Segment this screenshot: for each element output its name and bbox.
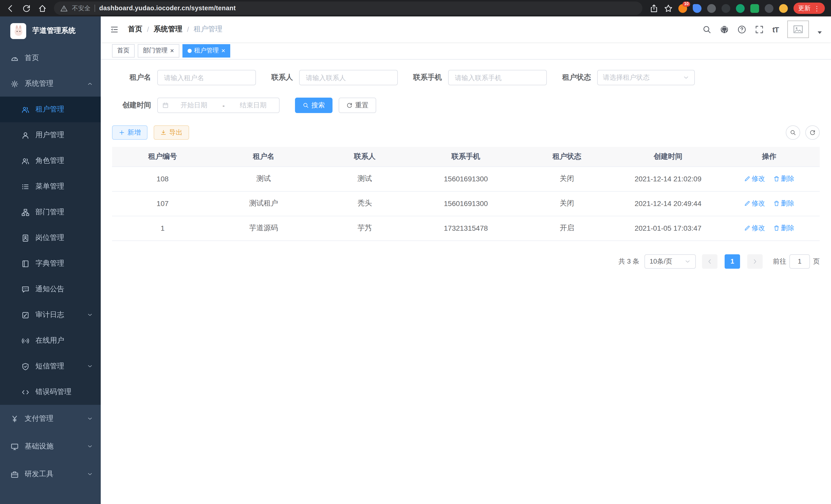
date-end-input[interactable]: 结束日期 (232, 101, 275, 110)
date-start-input[interactable]: 开始日期 (173, 101, 215, 110)
warning-icon (60, 4, 68, 12)
sidebar-item-errorcode[interactable]: 错误码管理 (0, 379, 101, 405)
docs-help-button[interactable] (738, 25, 746, 34)
sidebar-item-sms[interactable]: 短信管理 (0, 353, 101, 379)
filter-form: 租户名 联系人 联系手机 租户状态 (112, 70, 820, 113)
github-button[interactable] (720, 25, 729, 34)
col-tenant-name: 租户名 (213, 147, 314, 167)
status-select[interactable]: 请选择租户状态 (597, 70, 695, 85)
edit-link[interactable]: 修改 (744, 174, 765, 183)
extension-icon-8[interactable] (779, 4, 788, 12)
edit-link[interactable]: 修改 (744, 224, 765, 233)
browser-chrome: 不安全 dashboard.yudao.iocoder.cn/system/te… (0, 0, 831, 17)
avatar-dropdown-caret-icon[interactable] (818, 31, 822, 34)
cell-created: 2021-12-14 21:02:09 (618, 167, 718, 191)
sidebar-item-online[interactable]: 在线用户 (0, 328, 101, 353)
breadcrumb-system[interactable]: 系统管理 (154, 25, 182, 34)
reset-button[interactable]: 重置 (339, 98, 376, 113)
prev-page-button[interactable] (702, 254, 717, 268)
cell-tenant-name: 芋道源码 (213, 216, 314, 240)
delete-link[interactable]: 删除 (773, 199, 794, 208)
header-search-button[interactable] (703, 25, 711, 34)
edit-link[interactable]: 修改 (744, 199, 765, 208)
page-size-select[interactable]: 10条/页 (644, 254, 696, 268)
bookmark-star-icon[interactable] (664, 4, 673, 12)
goto-page-input[interactable] (790, 254, 810, 268)
sidebar-item-role[interactable]: 角色管理 (0, 148, 101, 174)
sidebar-item-notice[interactable]: 通知公告 (0, 276, 101, 302)
cell-created: 2021-12-14 20:49:44 (618, 191, 718, 216)
breadcrumb-home[interactable]: 首页 (128, 25, 142, 34)
tab-home[interactable]: 首页 (112, 44, 135, 57)
breadcrumb-separator: / (147, 25, 149, 33)
sidebar-item-menu[interactable]: 菜单管理 (0, 174, 101, 199)
sidebar-item-infra[interactable]: 基础设施 (0, 433, 101, 460)
extension-icon-4[interactable] (721, 4, 730, 12)
address-bar[interactable]: 不安全 dashboard.yudao.iocoder.cn/system/te… (54, 2, 642, 15)
home-icon[interactable] (38, 4, 47, 12)
refresh-table-button[interactable] (805, 125, 820, 140)
tab-label: 租户管理 (194, 46, 219, 55)
kebab-menu-icon[interactable]: ⋮ (813, 4, 820, 12)
extension-icon-6[interactable] (750, 4, 759, 12)
sidebar-item-home[interactable]: 首页 (0, 45, 101, 71)
app-title: 芋道管理系统 (32, 26, 76, 35)
page-number-button[interactable]: 1 (725, 254, 740, 268)
toggle-search-button[interactable] (786, 125, 800, 140)
trash-icon (773, 225, 779, 231)
browser-update-button[interactable]: 更新 ⋮ (794, 3, 825, 14)
logo[interactable]: 芋道管理系统 (0, 17, 101, 45)
tab-close-icon[interactable]: × (170, 47, 174, 54)
delete-link[interactable]: 删除 (773, 174, 794, 183)
next-page-button[interactable] (747, 254, 763, 268)
fullscreen-button[interactable] (755, 25, 764, 34)
delete-link[interactable]: 删除 (773, 224, 794, 233)
sidebar-item-system[interactable]: 系统管理 (0, 71, 101, 97)
extension-icon-2[interactable] (693, 4, 701, 12)
sidebar-item-dept[interactable]: 部门管理 (0, 199, 101, 225)
browser-actions: 10 更新 ⋮ (650, 3, 825, 14)
tenant-name-input[interactable] (157, 70, 256, 85)
share-icon[interactable] (650, 4, 658, 12)
tab-close-icon[interactable]: × (221, 47, 225, 54)
phone-input[interactable] (448, 70, 547, 85)
date-range-picker[interactable]: 开始日期 - 结束日期 (157, 98, 280, 113)
cell-contact: 测试 (314, 167, 415, 191)
sidebar-item-devtools[interactable]: 研发工具 (0, 460, 101, 488)
add-button[interactable]: 新增 (112, 125, 147, 140)
create-time-label: 创建时间 (112, 101, 151, 110)
back-icon[interactable] (6, 4, 15, 12)
search-icon (303, 102, 309, 109)
chevron-down-icon (683, 75, 689, 81)
extension-icon-3[interactable] (707, 4, 716, 12)
sidebar-item-pay[interactable]: 支付管理 (0, 405, 101, 433)
sidebar-item-label: 系统管理 (25, 79, 53, 88)
search-button[interactable]: 搜索 (295, 98, 333, 113)
contact-input[interactable] (299, 70, 398, 85)
sidebar-toggle-button[interactable] (110, 25, 119, 34)
tab-dept[interactable]: 部门管理 × (138, 44, 179, 57)
sidebar-item-auditlog[interactable]: 审计日志 (0, 302, 101, 328)
sidebar-item-post[interactable]: 岗位管理 (0, 225, 101, 251)
table-row: 1 芋道源码 芋艿 17321315478 开启 2021-01-05 17:0… (112, 216, 820, 240)
edit-link-label: 修改 (752, 224, 765, 233)
status-label: 租户状态 (562, 73, 591, 82)
extension-icon-1[interactable]: 10 (678, 4, 687, 12)
cell-tenant-name: 测试 (213, 167, 314, 191)
sidebar-menu: 首页 系统管理 租户管理 用户管理 (0, 45, 101, 488)
dict-icon (22, 260, 29, 267)
sidebar-item-user[interactable]: 用户管理 (0, 122, 101, 148)
sidebar-item-dict[interactable]: 字典管理 (0, 251, 101, 276)
extension-icon-5[interactable] (736, 4, 745, 12)
avatar[interactable] (787, 21, 809, 38)
export-button[interactable]: 导出 (154, 125, 189, 140)
extension-icon-7[interactable] (765, 4, 773, 12)
sidebar-item-tenant[interactable]: 租户管理 (0, 97, 101, 122)
code-icon (22, 388, 29, 396)
role-icon (22, 157, 29, 165)
logo-image (10, 23, 26, 39)
reload-icon[interactable] (22, 4, 31, 12)
tenant-table: 租户编号 租户名 联系人 联系手机 租户状态 创建时间 操作 108 测试 (112, 147, 820, 241)
font-size-button[interactable]: tT (772, 25, 779, 34)
tab-tenant[interactable]: 租户管理 × (182, 44, 230, 57)
